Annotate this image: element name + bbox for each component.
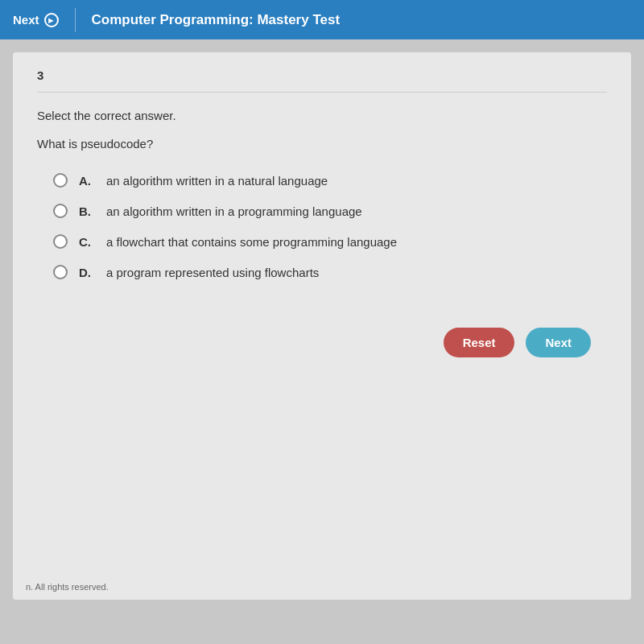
footer-text: n. All rights reserved.: [26, 582, 109, 592]
question-text: What is pseudocode?: [37, 137, 607, 151]
topbar-divider: [75, 8, 76, 32]
option-c[interactable]: C. a flowchart that contains some progra…: [53, 234, 607, 249]
page-title: Computer Programming: Mastery Test: [92, 12, 341, 28]
next-arrow-icon: ►: [44, 13, 59, 27]
option-d-text: a program represented using flowcharts: [106, 266, 319, 279]
instruction-text: Select the correct answer.: [37, 109, 607, 122]
option-d-letter: D.: [79, 266, 95, 279]
option-b[interactable]: B. an algorithm written in a programming…: [53, 204, 607, 218]
option-d[interactable]: D. a program represented using flowchart…: [53, 265, 607, 279]
button-row: Reset Next: [37, 328, 607, 357]
topbar-next-label: Next: [13, 13, 39, 27]
top-bar: Next ► Computer Programming: Mastery Tes…: [0, 0, 644, 39]
option-a[interactable]: A. an algorithm written in a natural lan…: [53, 173, 607, 188]
radio-b[interactable]: [53, 204, 68, 218]
next-button[interactable]: Next: [526, 328, 591, 357]
option-c-letter: C.: [79, 235, 95, 249]
option-a-text: an algorithm written in a natural langua…: [106, 174, 328, 188]
options-list: A. an algorithm written in a natural lan…: [53, 173, 607, 279]
question-number: 3: [37, 68, 607, 93]
option-a-letter: A.: [79, 174, 95, 188]
radio-d[interactable]: [53, 265, 68, 279]
radio-a[interactable]: [53, 173, 68, 188]
radio-c[interactable]: [53, 234, 68, 249]
topbar-next-button[interactable]: Next ►: [13, 13, 59, 27]
reset-button[interactable]: Reset: [444, 328, 515, 357]
option-b-text: an algorithm written in a programming la…: [106, 204, 362, 218]
option-c-text: a flowchart that contains some programmi…: [106, 235, 397, 249]
option-b-letter: B.: [79, 204, 95, 218]
main-content: 3 Select the correct answer. What is pse…: [13, 52, 631, 600]
